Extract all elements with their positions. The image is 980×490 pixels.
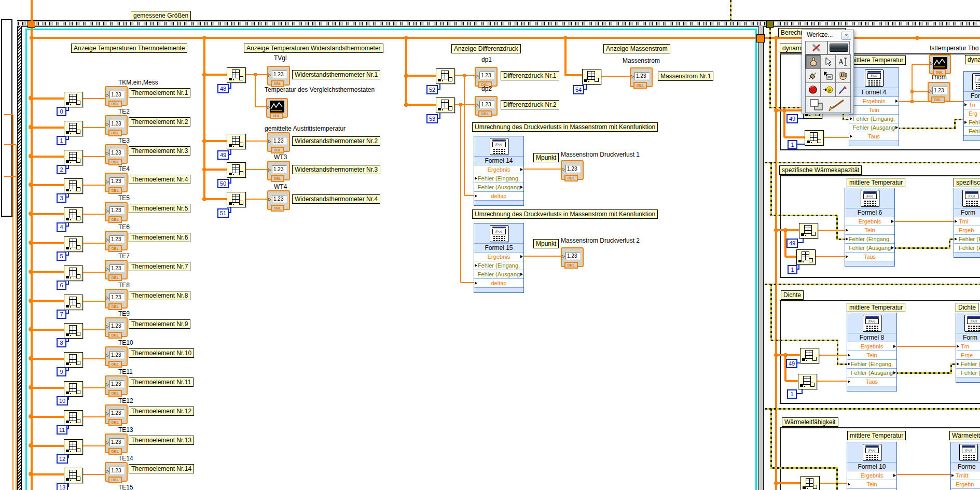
- index-array-node[interactable]: [64, 439, 83, 455]
- mpunkt-label[interactable]: Mpunkt: [533, 153, 559, 162]
- indicator-tag[interactable]: TKM,ein,Mess: [118, 79, 158, 86]
- massenstrom-label[interactable]: Massenstrom Nr.1: [658, 72, 713, 81]
- index-array-node[interactable]: [64, 468, 83, 483]
- index-array-node[interactable]: [64, 381, 83, 397]
- indicator-tag[interactable]: Isttemperatur Tho: [930, 45, 979, 52]
- index-array-node[interactable]: [64, 150, 83, 165]
- section-label-differenzdruck[interactable]: Anzeige Differenzdruck: [451, 44, 521, 53]
- widerstandsthermometer-label[interactable]: Widerstandsthermometer Nr.4: [292, 194, 380, 204]
- thermocouple-conversion-node[interactable]: ▷ DBL: [266, 98, 288, 118]
- numeric-indicator[interactable]: ▷1.23 DBL: [105, 86, 128, 106]
- section-label-right-waermeleitfaehigkeit[interactable]: Wärmeleitf: [949, 431, 980, 440]
- formula-node-formel-6[interactable]: f(x,y) Formel 6 ErgebnisTeinFehler (Eing…: [845, 188, 895, 267]
- index-array-node[interactable]: [227, 162, 246, 178]
- thermoelement-label[interactable]: Thermoelement Nr.6: [129, 233, 190, 242]
- index-array-node[interactable]: [64, 121, 83, 136]
- index-constant[interactable]: 49: [786, 359, 797, 368]
- indicator-tag[interactable]: WT4: [274, 183, 287, 190]
- numeric-indicator[interactable]: ▷1.23 DBL: [105, 289, 128, 309]
- mittlere-temperatur-label[interactable]: mittlere Temperatur: [847, 55, 906, 65]
- indicator-tag[interactable]: TE11: [118, 368, 133, 375]
- formula-node-formel-15[interactable]: f(x,y) Formel 15 ErgebnisFehler (Eingang…: [474, 223, 524, 293]
- index-array-node[interactable]: [227, 192, 246, 207]
- index-array-node[interactable]: [227, 67, 246, 83]
- index-constant[interactable]: 49: [217, 150, 229, 160]
- numeric-indicator[interactable]: ▷1.23DBL: [267, 161, 290, 180]
- section-label-massenstrom[interactable]: Anzeige Massenstrom: [603, 44, 670, 53]
- numeric-indicator[interactable]: ▷1.23 DBL: [105, 317, 128, 337]
- indicator-tag[interactable]: Massenstrom Druckverlust 2: [561, 237, 640, 244]
- frame-title-label[interactable]: gemessene Größen: [131, 11, 191, 20]
- indicator-tag[interactable]: TE15: [118, 484, 133, 490]
- thermoelement-label[interactable]: Thermoelement Nr.3: [129, 146, 190, 156]
- thermoelement-label[interactable]: Thermoelement Nr.5: [129, 204, 190, 213]
- numeric-indicator[interactable]: ▷1.23DBL: [475, 96, 498, 116]
- position-size-select-tool-button[interactable]: [820, 54, 836, 69]
- widerstandsthermometer-label[interactable]: Widerstandsthermometer Nr.1: [292, 70, 380, 79]
- set-breakpoint-tool-button[interactable]: [805, 82, 821, 97]
- close-icon[interactable]: ✕: [841, 32, 851, 40]
- index-array-node[interactable]: [798, 374, 817, 389]
- set-color-brush-tool-button[interactable]: [805, 96, 851, 113]
- index-array-node[interactable]: [227, 134, 246, 149]
- thermoelement-label[interactable]: Thermoelement Nr.2: [129, 117, 190, 127]
- thermoelement-label[interactable]: Thermoelement Nr.13: [129, 436, 194, 445]
- indicator-tag[interactable]: Thom: [931, 74, 947, 81]
- widerstandsthermometer-label[interactable]: Widerstandsthermometer Nr.3: [292, 165, 380, 174]
- indicator-tag[interactable]: TE9: [118, 310, 130, 317]
- indicator-tag[interactable]: TE5: [118, 194, 130, 202]
- index-array-node[interactable]: [800, 476, 820, 490]
- indicator-tag[interactable]: Massenstrom: [623, 57, 660, 64]
- sequence-frame-divider[interactable]: [758, 26, 764, 490]
- mittlere-temperatur-label[interactable]: mittlere Temperatur: [847, 431, 906, 440]
- scroll-window-tool-button[interactable]: [835, 68, 851, 83]
- numeric-indicator[interactable]: ▷1.23 DBL: [105, 375, 128, 395]
- numeric-indicator[interactable]: ▷1.23DBL: [561, 160, 584, 180]
- index-constant[interactable]: 52: [426, 85, 438, 94]
- indicator-tag[interactable]: TE2: [118, 108, 130, 115]
- numeric-indicator[interactable]: ▷1.23DBL: [267, 132, 290, 152]
- edit-text-tool-button[interactable]: A: [835, 54, 851, 69]
- thermoelement-label[interactable]: Thermoelement Nr.8: [129, 291, 190, 300]
- index-array-node[interactable]: [436, 68, 455, 84]
- indicator-tag[interactable]: TE13: [118, 426, 133, 433]
- widerstandsthermometer-label[interactable]: Widerstandsthermometer Nr.2: [292, 136, 380, 146]
- index-constant[interactable]: 49: [786, 239, 798, 248]
- indicator-tag[interactable]: dp1: [481, 56, 492, 63]
- automatic-tool-selection-button[interactable]: [805, 41, 827, 54]
- section-label-right-dichte[interactable]: Dichte: [956, 303, 978, 312]
- indicator-tag[interactable]: gemittelte Austrittstemperatur: [265, 125, 346, 132]
- indicator-tag[interactable]: TE8: [118, 282, 130, 289]
- thermoelement-label[interactable]: Thermoelement Nr.1: [129, 88, 190, 97]
- numeric-indicator[interactable]: ▷1.23DBL: [630, 67, 653, 87]
- index-array-node[interactable]: [64, 92, 83, 107]
- section-label-right-viskositaet[interactable]: dynami: [965, 55, 980, 64]
- section-label-waermekapazitaet[interactable]: spezifische Wärmekapazität: [779, 165, 862, 175]
- indicator-tag[interactable]: dp2: [481, 85, 492, 92]
- formula-node-formel-8[interactable]: f(x,y) Formel 8 ErgebnisTeinFehler (Eing…: [847, 313, 897, 391]
- index-array-node[interactable]: [64, 352, 83, 368]
- object-shortcut-menu-tool-button[interactable]: [820, 68, 836, 83]
- index-constant[interactable]: 54: [573, 85, 584, 94]
- thermoelement-label[interactable]: Thermoelement Nr.4: [129, 175, 190, 184]
- index-array-node[interactable]: [64, 295, 83, 310]
- index-array-node[interactable]: [796, 249, 816, 265]
- index-constant[interactable]: 53: [426, 114, 438, 123]
- index-constant[interactable]: 51: [217, 208, 229, 218]
- get-color-tool-button[interactable]: [835, 82, 851, 97]
- numeric-indicator[interactable]: ▷1.23DBL: [475, 67, 498, 87]
- index-array-node[interactable]: [436, 97, 455, 113]
- umrechnung-comment-1[interactable]: Umrechnung des Druckverlusts in Massenst…: [472, 122, 658, 132]
- operate-value-tool-button[interactable]: [805, 54, 821, 69]
- index-constant[interactable]: 48: [217, 84, 229, 93]
- section-label-dichte[interactable]: Dichte: [781, 290, 804, 300]
- mpunkt-label[interactable]: Mpunkt: [533, 239, 559, 248]
- index-array-node[interactable]: [64, 265, 83, 281]
- index-array-node[interactable]: [64, 178, 83, 194]
- section-label-widerstandsthermometer[interactable]: Anzeige Temperaturen Widerstandsthermome…: [244, 44, 383, 53]
- formula-node-formel-4[interactable]: f(x,y) Formel 4 ErgebnisTeinFehler (Eing…: [849, 67, 899, 146]
- thermoelement-label[interactable]: Thermoelement Nr.12: [129, 407, 194, 416]
- section-label-right-waermekapazitaet[interactable]: spezifisch: [954, 178, 980, 187]
- numeric-indicator[interactable]: ▷1.23DBL: [561, 247, 584, 267]
- thermoelement-label[interactable]: Thermoelement Nr.14: [129, 464, 194, 473]
